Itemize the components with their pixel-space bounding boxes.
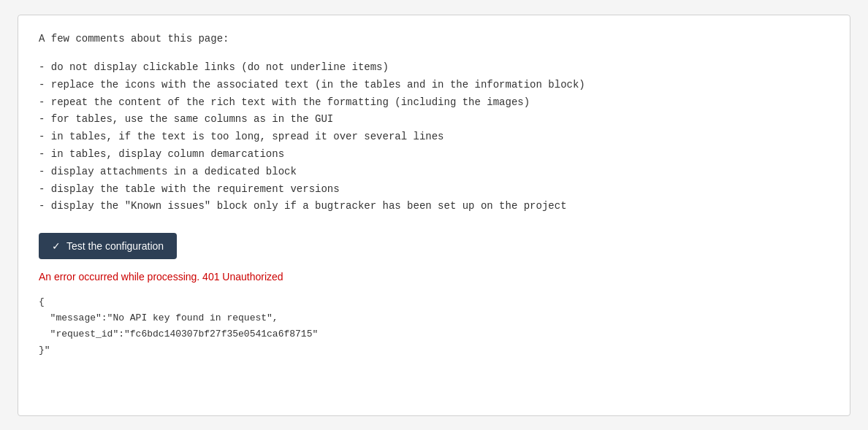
test-configuration-button[interactable]: ✓ Test the configuration	[39, 233, 177, 259]
list-item: display attachments in a dedicated block	[39, 164, 829, 181]
list-item: repeat the content of the rich text with…	[39, 94, 829, 112]
checkmark-icon: ✓	[52, 240, 61, 252]
test-button-label: Test the configuration	[66, 240, 164, 252]
list-item: display the table with the requirement v…	[39, 181, 829, 199]
list-item: do not display clickable links (do not u…	[39, 59, 829, 77]
list-item: replace the icons with the associated te…	[39, 77, 829, 94]
list-item: display the "Known issues" block only if…	[39, 198, 829, 215]
list-item: in tables, display column demarcations	[39, 146, 829, 164]
error-message: An error occurred while processing. 401 …	[39, 271, 829, 283]
list-item: for tables, use the same columns as in t…	[39, 111, 829, 128]
json-response-block: { "message":"No API key found in request…	[39, 294, 829, 358]
comments-heading: A few comments about this page:	[39, 33, 829, 45]
main-container: A few comments about this page: do not d…	[18, 15, 850, 416]
list-item: in tables, if the text is too long, spre…	[39, 128, 829, 146]
bullet-list: do not display clickable links (do not u…	[39, 59, 829, 215]
